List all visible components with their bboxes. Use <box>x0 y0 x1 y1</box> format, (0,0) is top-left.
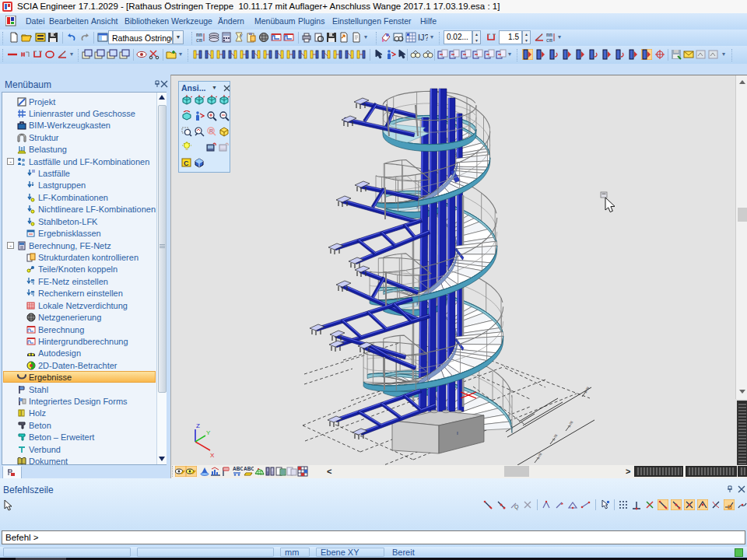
svg-text:Z: Z <box>196 422 200 429</box>
svg-text:1.78: 1.78 <box>536 452 543 460</box>
svg-text:1.78: 1.78 <box>552 433 559 441</box>
svg-text:C: C <box>184 159 189 167</box>
svg-text:Y: Y <box>240 33 243 38</box>
svg-text:1.78: 1.78 <box>567 420 574 428</box>
svg-text:cm: cm <box>196 38 202 43</box>
svg-text:X: X <box>210 452 215 459</box>
svg-text:cm: cm <box>546 38 552 43</box>
svg-text:ABC: ABC <box>244 466 254 471</box>
svg-text:IJ?: IJ? <box>418 33 428 42</box>
svg-text:mm: mm <box>196 33 202 38</box>
svg-text:R: R <box>209 128 213 134</box>
svg-text:Q: Q <box>514 504 519 510</box>
svg-text:Y: Y <box>206 429 211 436</box>
svg-text:ABC: ABC <box>233 466 243 471</box>
svg-text:mm: mm <box>546 33 552 38</box>
svg-text:1.78: 1.78 <box>584 386 591 394</box>
